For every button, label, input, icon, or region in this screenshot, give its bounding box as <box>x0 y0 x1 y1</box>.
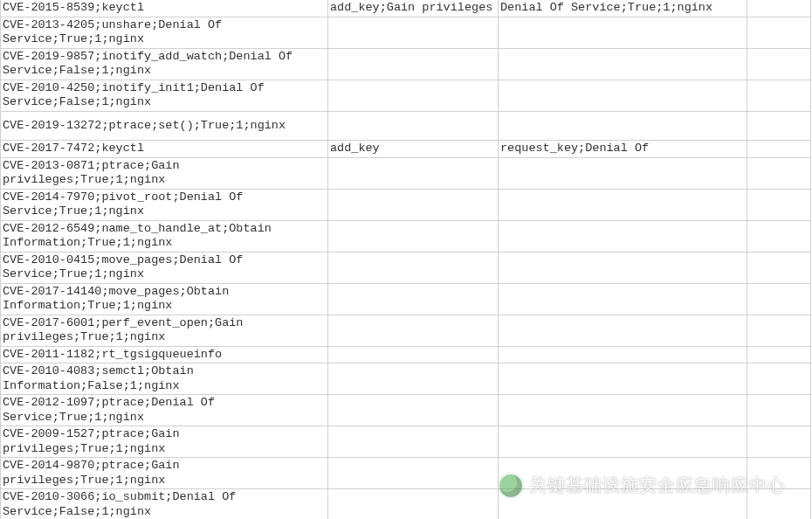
table-row: CVE-2014-9870;ptrace;Gain privileges;Tru… <box>1 458 811 489</box>
table-cell <box>499 220 747 252</box>
table-cell <box>328 157 499 189</box>
table-cell: CVE-2015-8539;keyctl <box>1 0 328 17</box>
table-cell <box>328 458 499 489</box>
table-cell <box>328 111 499 141</box>
table-cell <box>499 315 747 346</box>
table-row: CVE-2017-7472;keyctladd_keyrequest_key;D… <box>1 141 811 158</box>
table-cell <box>328 346 499 363</box>
table-cell <box>328 80 499 111</box>
table-cell: CVE-2017-14140;move_pages;Obtain Informa… <box>1 283 328 315</box>
table-row: CVE-2013-4205;unshare;Denial Of Service;… <box>1 17 811 48</box>
table-cell: CVE-2012-6549;name_to_handle_at;Obtain I… <box>1 220 328 252</box>
table-cell <box>747 111 811 141</box>
table-cell <box>499 111 747 141</box>
table-cell <box>499 395 747 426</box>
table-cell: CVE-2009-1527;ptrace;Gain privileges;Tru… <box>1 426 328 458</box>
table-cell <box>499 283 747 315</box>
table-cell <box>499 80 747 111</box>
table-cell <box>747 489 811 520</box>
table-cell <box>499 426 747 458</box>
table-cell <box>499 17 747 48</box>
table-cell <box>499 157 747 189</box>
table-cell: Denial Of Service;True;1;nginx <box>499 0 747 17</box>
table-row: CVE-2017-14140;move_pages;Obtain Informa… <box>1 283 811 315</box>
table-row: CVE-2010-0415;move_pages;Denial Of Servi… <box>1 252 811 283</box>
table-row: CVE-2014-7970;pivot_root;Denial Of Servi… <box>1 189 811 220</box>
table-cell: CVE-2011-1182;rt_tgsigqueueinfo <box>1 346 328 363</box>
table-row: CVE-2019-13272;ptrace;set();True;1;nginx <box>1 111 811 141</box>
table-cell <box>747 48 811 80</box>
table-cell: CVE-2013-0871;ptrace;Gain privileges;Tru… <box>1 157 328 189</box>
table-row: CVE-2015-8539;keyctladd_key;Gain privile… <box>1 0 811 17</box>
table-cell <box>328 489 499 520</box>
table-cell: CVE-2019-13272;ptrace;set();True;1;nginx <box>1 111 328 141</box>
table-cell <box>328 252 499 283</box>
table-cell <box>747 395 811 426</box>
table-cell <box>747 0 811 17</box>
table-cell: CVE-2014-7970;pivot_root;Denial Of Servi… <box>1 189 328 220</box>
table-cell: CVE-2017-6001;perf_event_open;Gain privi… <box>1 315 328 346</box>
table-cell <box>747 157 811 189</box>
table-cell <box>328 395 499 426</box>
table-cell <box>499 346 747 363</box>
table-cell: CVE-2010-4250;inotify_init1;Denial Of Se… <box>1 80 328 111</box>
table-cell <box>328 315 499 346</box>
table-row: CVE-2017-6001;perf_event_open;Gain privi… <box>1 315 811 346</box>
table-cell <box>499 489 747 520</box>
table-cell: CVE-2010-4083;semctl;Obtain Information;… <box>1 363 328 395</box>
table-cell <box>499 189 747 220</box>
table-cell <box>747 458 811 489</box>
table-cell <box>328 220 499 252</box>
table-cell <box>328 363 499 395</box>
table-cell <box>499 48 747 80</box>
table-cell <box>747 17 811 48</box>
table-row: CVE-2010-4250;inotify_init1;Denial Of Se… <box>1 80 811 111</box>
table-cell: CVE-2010-0415;move_pages;Denial Of Servi… <box>1 252 328 283</box>
table-cell: CVE-2019-9857;inotify_add_watch;Denial O… <box>1 48 328 80</box>
table-cell <box>747 252 811 283</box>
table-cell <box>328 426 499 458</box>
table-cell: CVE-2017-7472;keyctl <box>1 141 328 158</box>
table-cell <box>747 363 811 395</box>
table-cell <box>499 363 747 395</box>
table-row: CVE-2010-3066;io_submit;Denial Of Servic… <box>1 489 811 520</box>
table-cell <box>747 426 811 458</box>
table-row: CVE-2012-6549;name_to_handle_at;Obtain I… <box>1 220 811 252</box>
table-row: CVE-2012-1097;ptrace;Denial Of Service;T… <box>1 395 811 426</box>
table-row: CVE-2009-1527;ptrace;Gain privileges;Tru… <box>1 426 811 458</box>
table-cell <box>747 283 811 315</box>
table-cell: CVE-2012-1097;ptrace;Denial Of Service;T… <box>1 395 328 426</box>
table-cell <box>499 252 747 283</box>
table-row: CVE-2019-9857;inotify_add_watch;Denial O… <box>1 48 811 80</box>
table-cell: add_key;Gain privileges <box>328 0 499 17</box>
table-row: CVE-2013-0871;ptrace;Gain privileges;Tru… <box>1 157 811 189</box>
table-cell <box>747 141 811 158</box>
table-cell <box>747 220 811 252</box>
table-cell: CVE-2010-3066;io_submit;Denial Of Servic… <box>1 489 328 520</box>
table-cell <box>328 283 499 315</box>
cve-table: CVE-2015-8539;keyctladd_key;Gain privile… <box>0 0 811 519</box>
table-cell <box>328 17 499 48</box>
table-cell <box>747 80 811 111</box>
table-cell: add_key <box>328 141 499 158</box>
table-cell <box>328 189 499 220</box>
table-cell <box>747 189 811 220</box>
table-cell: CVE-2014-9870;ptrace;Gain privileges;Tru… <box>1 458 328 489</box>
table-cell: CVE-2013-4205;unshare;Denial Of Service;… <box>1 17 328 48</box>
table-cell <box>328 48 499 80</box>
table-cell <box>747 346 811 363</box>
table-cell <box>499 458 747 489</box>
table-row: CVE-2011-1182;rt_tgsigqueueinfo <box>1 346 811 363</box>
table-cell <box>747 315 811 346</box>
table-row: CVE-2010-4083;semctl;Obtain Information;… <box>1 363 811 395</box>
table-cell: request_key;Denial Of <box>499 141 747 158</box>
